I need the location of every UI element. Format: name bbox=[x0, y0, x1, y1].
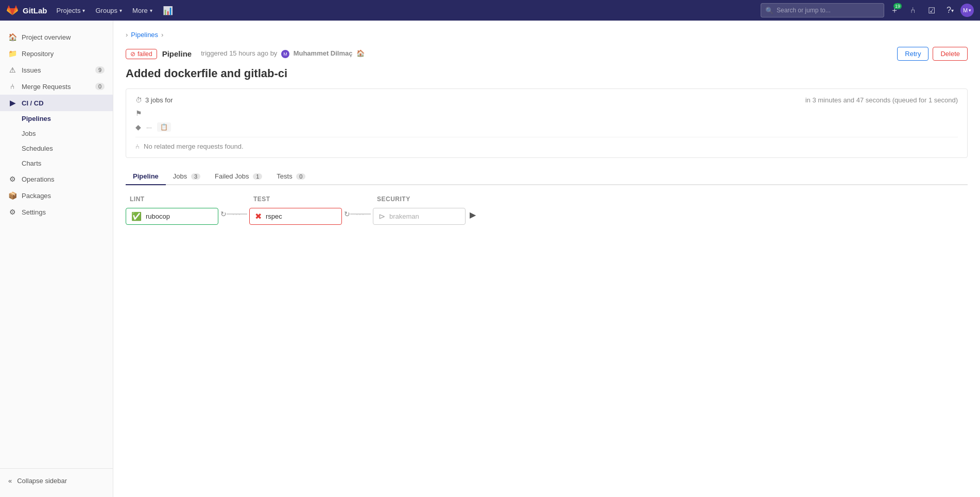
tab-jobs-count: 3 bbox=[191, 173, 200, 180]
sidebar-subitem-jobs[interactable]: Jobs bbox=[22, 126, 113, 141]
collapse-sidebar-btn[interactable]: « Collapse sidebar bbox=[0, 473, 113, 489]
tab-tests[interactable]: Tests 0 bbox=[269, 168, 313, 185]
jobs-count-label: 3 jobs for bbox=[145, 96, 173, 104]
sidebar-bottom: « Collapse sidebar bbox=[0, 468, 113, 489]
delete-button[interactable]: Delete bbox=[933, 47, 968, 61]
merge-requests-icon-btn[interactable]: ⑃ bbox=[905, 2, 921, 19]
breadcrumb: › Pipelines › bbox=[126, 31, 968, 39]
pipeline-timing-row: ⏱ 3 jobs for in 3 minutes and 47 seconds… bbox=[135, 96, 958, 104]
retry-button[interactable]: Retry bbox=[897, 47, 929, 61]
pipeline-meta: triggered 15 hours ago by M Muhammet Dil… bbox=[201, 49, 365, 58]
connector-dots-icon-2: ··· bbox=[356, 210, 365, 218]
tab-jobs[interactable]: Jobs 3 bbox=[166, 168, 208, 185]
tab-failed-jobs-label: Failed Jobs bbox=[215, 172, 249, 180]
pipeline-user-icon: 🏠 bbox=[356, 49, 365, 57]
pipeline-sha-row: ◆ ··· 📋 bbox=[135, 122, 958, 132]
sidebar-item-packages[interactable]: 📦 Packages bbox=[0, 187, 113, 204]
help-chevron-icon: ▾ bbox=[951, 8, 954, 13]
search-icon: 🔍 bbox=[765, 7, 773, 14]
stage-security: Security ⊳ brakeman bbox=[373, 196, 466, 225]
sidebar-sublabel-charts: Charts bbox=[22, 159, 41, 167]
sidebar-item-repository[interactable]: 📁 Repository bbox=[0, 45, 113, 62]
pipeline-user: Muhammet Dilmaç bbox=[294, 49, 353, 57]
projects-chevron-icon: ▾ bbox=[82, 8, 85, 13]
tab-failed-jobs[interactable]: Failed Jobs 1 bbox=[208, 168, 269, 185]
sidebar-sub-cicd: Pipelines Jobs Schedules Charts bbox=[0, 111, 113, 171]
pipeline-actions: Retry Delete bbox=[897, 47, 968, 61]
collapse-icon: « bbox=[8, 477, 12, 485]
avatar-chevron-icon: ▾ bbox=[969, 8, 971, 13]
job-rubocop-name: rubocop bbox=[146, 212, 170, 220]
tab-pipeline-label: Pipeline bbox=[133, 172, 159, 180]
sidebar-label-issues: Issues bbox=[22, 66, 41, 74]
user-avatar-btn[interactable]: M ▾ bbox=[960, 4, 974, 17]
home-icon: 🏠 bbox=[8, 33, 16, 41]
job-brakeman[interactable]: ⊳ brakeman bbox=[373, 208, 466, 225]
sidebar-label-cicd: CI / CD bbox=[22, 99, 44, 107]
retry-spinner-test[interactable]: ↻ bbox=[344, 210, 350, 218]
operations-icon: ⚙ bbox=[8, 175, 16, 183]
breadcrumb-sep2: › bbox=[161, 31, 163, 39]
issues-icon: ⚠ bbox=[8, 66, 16, 74]
sidebar-item-project-overview[interactable]: 🏠 Project overview bbox=[0, 29, 113, 45]
layout: 🏠 Project overview 📁 Repository ⚠ Issues… bbox=[0, 21, 980, 497]
topnav: GitLab Projects ▾ Groups ▾ More ▾ 📊 🔍 Se… bbox=[0, 0, 980, 21]
user-avatar-icon: M bbox=[963, 7, 968, 13]
sidebar-subitem-charts[interactable]: Charts bbox=[22, 156, 113, 171]
commit-title: Added dockerfile and gitlab-ci bbox=[126, 67, 968, 80]
merge-req-icon: ⑃ bbox=[135, 143, 140, 150]
sidebar-subitem-pipelines[interactable]: Pipelines bbox=[22, 111, 113, 126]
gitlab-logo bbox=[6, 4, 19, 16]
sidebar-sublabel-pipelines: Pipelines bbox=[22, 115, 51, 122]
pipeline-triggered-text: triggered 15 hours ago by bbox=[201, 49, 277, 57]
breadcrumb-sep1: › bbox=[126, 31, 128, 39]
brand[interactable]: GitLab bbox=[6, 4, 47, 16]
stage-test-jobs: ✖ rspec bbox=[249, 208, 342, 225]
pipeline-commit-row: ⚑ bbox=[135, 109, 958, 117]
add-button[interactable]: ＋ 19 bbox=[886, 2, 903, 19]
failed-circle-icon: ⊘ bbox=[130, 50, 135, 58]
success-icon: ✅ bbox=[131, 211, 142, 221]
failed-label: failed bbox=[137, 50, 152, 58]
sidebar-item-issues[interactable]: ⚠ Issues 9 bbox=[0, 62, 113, 78]
commit-sha[interactable]: 📋 bbox=[157, 122, 171, 132]
tab-pipeline[interactable]: Pipeline bbox=[126, 168, 166, 185]
job-rspec[interactable]: ✖ rspec bbox=[249, 208, 342, 225]
breadcrumb-pipelines[interactable]: Pipelines bbox=[131, 31, 158, 39]
stage-lint-jobs: ✅ rubocop bbox=[126, 208, 218, 225]
tab-failed-jobs-count: 1 bbox=[253, 173, 262, 180]
sidebar-item-cicd[interactable]: ▶ CI / CD bbox=[0, 95, 113, 111]
sidebar-sublabel-schedules: Schedules bbox=[22, 145, 53, 152]
sidebar-label-merge-requests: Merge Requests bbox=[22, 83, 71, 91]
help-icon-btn[interactable]: ? ▾ bbox=[942, 2, 958, 19]
stage-next-arrow[interactable]: ▶ bbox=[466, 196, 476, 220]
tab-jobs-label: Jobs bbox=[173, 172, 187, 180]
sidebar-item-settings[interactable]: ⚙ Settings bbox=[0, 204, 113, 220]
search-bar[interactable]: 🔍 Search or jump to... bbox=[761, 3, 884, 17]
topnav-right: 🔍 Search or jump to... ＋ 19 ⑃ ☑ ? ▾ M ▾ bbox=[761, 2, 974, 19]
projects-menu[interactable]: Projects ▾ bbox=[51, 0, 91, 21]
settings-icon: ⚙ bbox=[8, 208, 16, 216]
more-menu[interactable]: More ▾ bbox=[127, 0, 158, 21]
sidebar-sublabel-jobs: Jobs bbox=[22, 130, 36, 137]
tab-tests-label: Tests bbox=[277, 172, 292, 180]
job-rubocop[interactable]: ✅ rubocop bbox=[126, 208, 218, 225]
job-rspec-name: rspec bbox=[266, 212, 282, 220]
merge-requests-badge: 0 bbox=[95, 83, 105, 90]
packages-icon: 📦 bbox=[8, 191, 16, 200]
activity-icon-btn[interactable]: 📊 bbox=[158, 0, 178, 21]
failed-badge: ⊘ failed bbox=[126, 49, 157, 59]
commit-icon: ◆ bbox=[135, 123, 141, 131]
sidebar-item-merge-requests[interactable]: ⑃ Merge Requests 0 bbox=[0, 78, 113, 95]
sidebar: 🏠 Project overview 📁 Repository ⚠ Issues… bbox=[0, 21, 113, 497]
sidebar-item-operations[interactable]: ⚙ Operations bbox=[0, 171, 113, 187]
sidebar-subitem-schedules[interactable]: Schedules bbox=[22, 141, 113, 156]
todo-icon-btn[interactable]: ☑ bbox=[923, 2, 940, 19]
collapse-label: Collapse sidebar bbox=[17, 477, 67, 485]
stages-container: Lint ✅ rubocop ↻ ··· Test bbox=[126, 196, 968, 225]
merge-req-text: No related merge requests found. bbox=[144, 143, 244, 150]
retry-spinner-lint[interactable]: ↻ bbox=[220, 210, 227, 218]
groups-menu[interactable]: Groups ▾ bbox=[90, 0, 127, 21]
issues-badge: 9 bbox=[95, 66, 105, 74]
search-placeholder: Search or jump to... bbox=[777, 7, 831, 14]
